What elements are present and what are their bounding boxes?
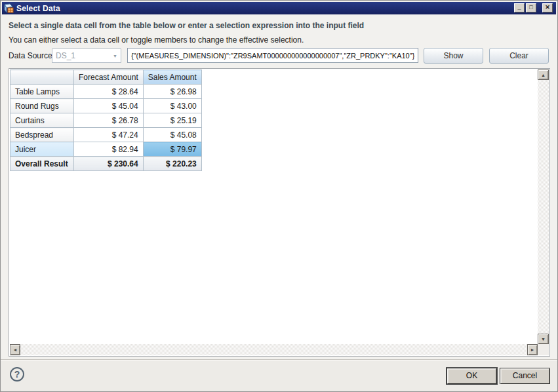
table-row: Round Rugs $ 45.04 $ 43.00 (10, 99, 202, 113)
maximize-button-icon[interactable]: □ (526, 3, 536, 12)
column-header-sales-amount[interactable]: Sales Amount (143, 70, 201, 85)
row-label[interactable]: Overall Result (10, 157, 74, 171)
scroll-up-icon[interactable]: ▲ (538, 69, 549, 80)
select-data-icon (4, 3, 14, 14)
row-label[interactable]: Bedspread (10, 128, 74, 142)
minimize-button-icon[interactable]: _ (514, 3, 525, 12)
window-title: Select Data (16, 4, 60, 13)
data-cell[interactable]: $ 45.04 (74, 99, 144, 113)
table-scroll-panel: Forecast Amount Sales Amount Table Lamps… (9, 68, 550, 357)
ok-button[interactable]: OK (447, 368, 497, 384)
data-cell[interactable]: $ 25.19 (143, 113, 201, 128)
data-cell[interactable]: $ 82.94 (74, 142, 144, 157)
row-label[interactable]: Table Lamps (10, 85, 74, 99)
footer-bar: ? OK Cancel (1, 359, 557, 391)
scroll-left-icon[interactable]: ◄ (10, 344, 20, 355)
vertical-scrollbar[interactable]: ▲ ▼ (538, 69, 549, 344)
selected-data-cell[interactable]: $ 79.97 (143, 142, 201, 157)
data-table: Forecast Amount Sales Amount Table Lamps… (10, 69, 202, 171)
scroll-down-icon[interactable]: ▼ (538, 334, 549, 344)
table-row-total: Overall Result $ 230.64 $ 220.23 (10, 157, 202, 171)
scroll-right-icon[interactable]: ► (527, 344, 538, 355)
title-bar: Select Data _ □ ✕ (2, 2, 556, 14)
row-label[interactable]: Curtains (10, 113, 74, 128)
table-row: Curtains $ 26.78 $ 25.19 (10, 113, 202, 128)
data-cell[interactable]: $ 47.24 (74, 128, 144, 142)
data-cell[interactable]: $ 230.64 (74, 157, 144, 171)
row-label[interactable]: Juicer (10, 142, 74, 157)
table-row-selected: Juicer $ 82.94 $ 79.97 (10, 142, 202, 157)
selection-expression-input[interactable] (127, 48, 418, 63)
corner-header-cell (10, 70, 74, 85)
table-row: Bedspread $ 47.24 $ 45.08 (10, 128, 202, 142)
data-cell[interactable]: $ 43.00 (143, 99, 201, 113)
column-header-forecast-amount[interactable]: Forecast Amount (74, 70, 144, 85)
close-button-icon[interactable]: ✕ (542, 3, 553, 12)
row-label[interactable]: Round Rugs (10, 99, 74, 113)
table-row: Table Lamps $ 28.64 $ 26.98 (10, 85, 202, 99)
scrollbar-corner (538, 344, 549, 355)
data-source-label: Data Source: (9, 51, 54, 60)
chevron-down-icon: ▼ (113, 54, 121, 58)
horizontal-scrollbar[interactable]: ◄ ► (10, 344, 538, 355)
data-cell[interactable]: $ 220.23 (143, 157, 201, 171)
header-row: Forecast Amount Sales Amount (10, 70, 202, 85)
instruction-subheading: You can either select a data cell or tog… (9, 35, 304, 45)
select-data-dialog: Select Data _ □ ✕ Select a single data c… (0, 0, 558, 392)
data-source-dropdown[interactable]: DS_1 ▼ (52, 49, 121, 63)
data-cell[interactable]: $ 28.64 (74, 85, 144, 99)
cancel-button[interactable]: Cancel (500, 368, 550, 384)
data-cell[interactable]: $ 45.08 (143, 128, 201, 142)
instruction-heading: Select a single data cell from the table… (9, 21, 364, 30)
clear-button[interactable]: Clear (489, 48, 549, 64)
show-button[interactable]: Show (424, 48, 483, 64)
help-icon[interactable]: ? (10, 367, 24, 382)
data-source-value: DS_1 (52, 51, 113, 60)
data-cell[interactable]: $ 26.78 (74, 113, 144, 128)
data-cell[interactable]: $ 26.98 (143, 85, 201, 99)
window-controls: _ □ ✕ (513, 3, 553, 12)
